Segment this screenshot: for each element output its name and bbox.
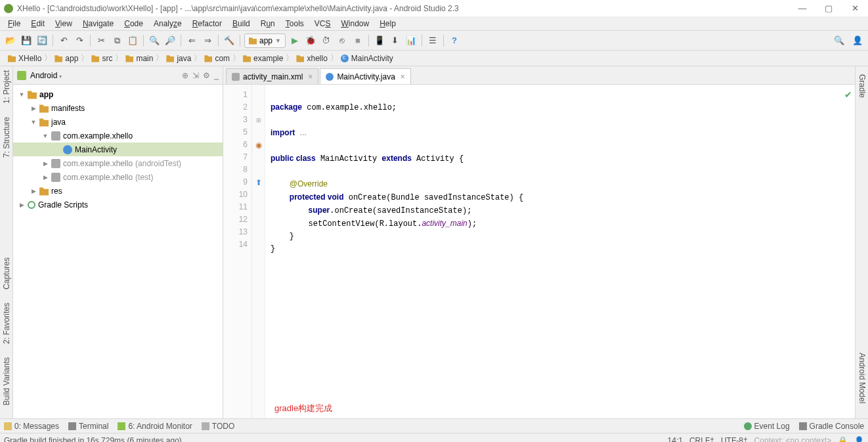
collapse-icon[interactable]: ⇲ xyxy=(192,71,199,80)
run-icon[interactable]: ▶ xyxy=(288,34,301,47)
breadcrumb-item[interactable]: XHello xyxy=(4,54,45,63)
tab-android-monitor[interactable]: 6: Android Monitor xyxy=(118,422,192,431)
fold-icon[interactable]: ⊞ xyxy=(252,114,265,126)
menu-file[interactable]: File xyxy=(3,19,26,28)
tab-event-log[interactable]: Event Log xyxy=(744,422,790,431)
tool-android-model[interactable]: Android Model xyxy=(856,350,868,406)
lock-icon[interactable]: 🔒 xyxy=(838,436,848,443)
close-button[interactable]: ✕ xyxy=(842,0,868,16)
status-bar: Gradle build finished in 16s 729ms (6 mi… xyxy=(0,433,868,442)
breadcrumb-item[interactable]: app xyxy=(51,54,82,63)
maximize-button[interactable]: ▢ xyxy=(815,0,842,16)
project-tree[interactable]: ▼app▶manifests▼java▼com.example.xhelloMa… xyxy=(13,85,223,418)
hide-icon[interactable]: ⎯ xyxy=(214,71,219,80)
structure-icon[interactable]: ☰ xyxy=(426,34,439,47)
menu-help[interactable]: Help xyxy=(374,19,401,28)
breadcrumb-item[interactable]: example xyxy=(239,54,287,63)
menu-analyze[interactable]: Analyze xyxy=(148,19,187,28)
tool-project[interactable]: 1: Project xyxy=(2,70,11,104)
gutter-marks: ⊞ ◉ ⬆ xyxy=(252,85,265,418)
bottom-tool-tabs: 0: Messages Terminal 6: Android Monitor … xyxy=(0,418,868,433)
tool-structure[interactable]: 7: Structure xyxy=(2,117,11,158)
undo-icon[interactable]: ↶ xyxy=(57,34,70,47)
back-icon[interactable]: ⇐ xyxy=(185,34,198,47)
line-separator[interactable]: CRLF‡ xyxy=(689,436,714,443)
caret-position[interactable]: 14:1 xyxy=(668,436,683,443)
project-header: Android ⊕ ⇲ ⚙ ⎯ xyxy=(13,66,223,85)
context-indicator[interactable]: Context: <no context> xyxy=(754,436,831,443)
file-encoding[interactable]: UTF-8‡ xyxy=(721,436,748,443)
tool-gradle[interactable]: Gradle xyxy=(856,72,868,100)
debug-icon[interactable]: 🐞 xyxy=(304,34,317,47)
override-icon[interactable]: ◉ xyxy=(252,139,265,151)
menu-refactor[interactable]: Refactor xyxy=(187,19,227,28)
close-tab-icon[interactable]: × xyxy=(308,72,313,81)
tree-row[interactable]: ▼java xyxy=(13,115,223,129)
breadcrumb-item[interactable]: MainActivity xyxy=(337,54,397,63)
breadcrumb-item[interactable]: src xyxy=(87,54,116,63)
tool-favorites[interactable]: 2: Favorites xyxy=(2,303,11,344)
menu-build[interactable]: Build xyxy=(227,19,255,28)
run-config-selector[interactable]: app ▼ xyxy=(244,33,286,48)
replace-icon[interactable]: 🔎 xyxy=(163,34,177,47)
menu-run[interactable]: Run xyxy=(255,19,280,28)
sdk-icon[interactable]: ⬇ xyxy=(389,34,402,47)
menu-code[interactable]: Code xyxy=(119,19,148,28)
redo-icon[interactable]: ↷ xyxy=(73,34,86,47)
override-marker-icon[interactable]: ⬆ xyxy=(252,176,265,188)
tree-row[interactable]: ▶res xyxy=(13,184,223,198)
tab-messages[interactable]: 0: Messages xyxy=(4,422,59,431)
menu-window[interactable]: Window xyxy=(336,19,374,28)
editor-tab[interactable]: MainActivity.java× xyxy=(320,68,411,84)
menu-navigate[interactable]: Navigate xyxy=(77,19,119,28)
find-icon[interactable]: 🔍 xyxy=(148,34,161,47)
tree-row[interactable]: ▼com.example.xhello xyxy=(13,129,223,143)
paste-icon[interactable]: 📋 xyxy=(126,34,139,47)
forward-icon[interactable]: ⇒ xyxy=(201,34,214,47)
menu-tools[interactable]: Tools xyxy=(280,19,309,28)
profile-icon[interactable]: ⏱ xyxy=(320,34,333,47)
code-editor[interactable]: package com.example.xhello; import ... p… xyxy=(265,85,855,418)
editor-tabs: activity_main.xml×MainActivity.java× xyxy=(223,66,855,85)
sync-icon[interactable]: 🔄 xyxy=(35,34,49,47)
window-title: XHello - [C:\androidstudio\work\XHello] … xyxy=(17,4,459,13)
close-tab-icon[interactable]: × xyxy=(401,72,405,81)
main-toolbar: 📂 💾 🔄 ↶ ↷ ✂ ⧉ 📋 🔍 🔎 ⇐ ⇒ 🔨 app ▼ ▶ 🐞 ⏱ ⎋ … xyxy=(0,31,868,51)
copy-icon[interactable]: ⧉ xyxy=(110,34,123,47)
make-icon[interactable]: 🔨 xyxy=(223,34,236,47)
open-icon[interactable]: 📂 xyxy=(4,34,17,47)
hector-icon[interactable]: 👤 xyxy=(854,436,864,443)
help-icon[interactable]: ? xyxy=(448,34,461,47)
settings-icon[interactable]: 👤 xyxy=(851,34,864,47)
tool-captures[interactable]: Captures xyxy=(2,257,11,290)
breadcrumb-item[interactable]: xhello xyxy=(292,54,331,63)
settings-gear-icon[interactable]: ⚙ xyxy=(203,71,210,80)
tree-row[interactable]: ▶manifests xyxy=(13,101,223,115)
tab-gradle-console[interactable]: Gradle Console xyxy=(799,422,864,431)
stop-icon[interactable]: ■ xyxy=(351,34,364,47)
cut-icon[interactable]: ✂ xyxy=(95,34,108,47)
search-everywhere-icon[interactable]: 🔍 xyxy=(833,34,846,47)
editor-tab[interactable]: activity_main.xml× xyxy=(226,68,318,84)
save-icon[interactable]: 💾 xyxy=(20,34,33,47)
tree-row[interactable]: ▶com.example.xhello (androidTest) xyxy=(13,156,223,170)
project-view-label[interactable]: Android xyxy=(30,71,62,80)
tool-build-variants[interactable]: Build Variants xyxy=(2,357,11,405)
attach-icon[interactable]: ⎋ xyxy=(336,34,349,47)
tree-row[interactable]: ▶Gradle Scripts xyxy=(13,198,223,211)
breadcrumb-item[interactable]: java xyxy=(162,54,195,63)
tree-row[interactable]: ▼app xyxy=(13,87,223,101)
menu-edit[interactable]: Edit xyxy=(26,19,50,28)
tree-row[interactable]: ▶com.example.xhello (test) xyxy=(13,170,223,184)
avd-icon[interactable]: 📱 xyxy=(373,34,386,47)
menu-view[interactable]: View xyxy=(50,19,77,28)
tab-todo[interactable]: TODO xyxy=(202,422,234,431)
tab-terminal[interactable]: Terminal xyxy=(68,422,108,431)
breadcrumb-item[interactable]: com xyxy=(200,54,234,63)
monitor-icon[interactable]: 📊 xyxy=(404,34,418,47)
locate-icon[interactable]: ⊕ xyxy=(182,71,188,80)
menu-vcs[interactable]: VCS xyxy=(309,19,336,28)
breadcrumb-item[interactable]: main xyxy=(121,54,157,63)
minimize-button[interactable]: — xyxy=(789,0,815,16)
tree-row[interactable]: MainActivity xyxy=(13,143,223,156)
